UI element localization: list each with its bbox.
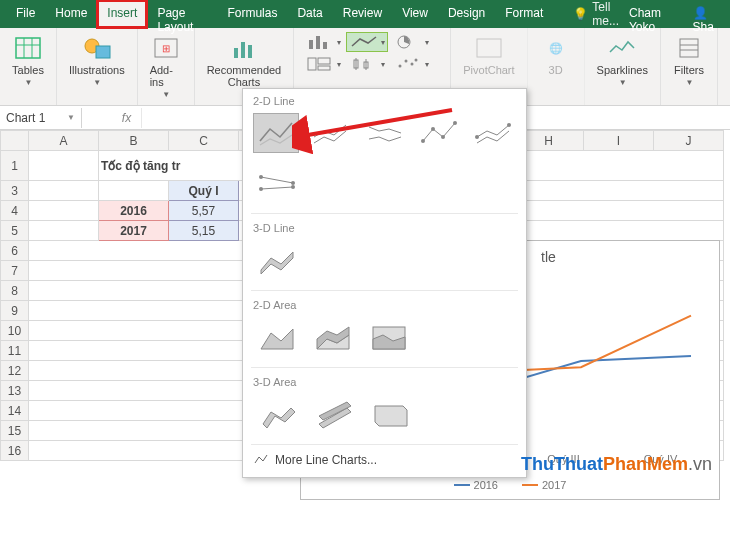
chart-type-stacked-line-markers[interactable] bbox=[470, 113, 516, 153]
tab-format[interactable]: Format bbox=[495, 0, 553, 28]
sparklines-button[interactable]: Sparklines▼ bbox=[593, 32, 652, 89]
chevron-down-icon: ▼ bbox=[25, 78, 33, 87]
chart-line-button[interactable]: ▾ bbox=[346, 32, 388, 52]
col-header[interactable]: J bbox=[654, 131, 724, 151]
share-button[interactable]: 👤 Sha bbox=[685, 0, 730, 28]
hyperlink-button[interactable]: Hyperlink bbox=[726, 32, 730, 78]
name-box[interactable]: Chart 1 ▼ bbox=[0, 108, 82, 128]
tab-insert[interactable]: Insert bbox=[97, 0, 147, 28]
pivotchart-icon bbox=[473, 34, 505, 62]
row-header[interactable]: 15 bbox=[1, 421, 29, 441]
addins-button[interactable]: ⊞ Add-ins▼ bbox=[146, 32, 186, 101]
illustrations-label: Illustrations bbox=[69, 64, 125, 76]
fx-icon[interactable]: fx bbox=[112, 108, 142, 128]
cell-C5[interactable]: 5,15 bbox=[169, 221, 239, 241]
legend-label: 2017 bbox=[542, 479, 566, 491]
row-header[interactable]: 11 bbox=[1, 341, 29, 361]
col-header[interactable]: I bbox=[584, 131, 654, 151]
more-line-charts[interactable]: More Line Charts... bbox=[243, 447, 526, 473]
shapes-icon bbox=[81, 34, 113, 62]
chart-type-100-stacked-line-markers[interactable] bbox=[253, 163, 301, 203]
chart-title[interactable]: tle bbox=[541, 249, 556, 265]
chart-type-100-stacked-area[interactable] bbox=[365, 317, 413, 357]
svg-point-35 bbox=[421, 139, 425, 143]
svg-point-42 bbox=[291, 181, 295, 185]
row-header[interactable]: 12 bbox=[1, 361, 29, 381]
svg-point-37 bbox=[441, 135, 445, 139]
cell-B4[interactable]: 2016 bbox=[99, 201, 169, 221]
name-box-value: Chart 1 bbox=[6, 111, 45, 125]
tell-me-search[interactable]: 💡 Tell me... bbox=[553, 0, 619, 28]
tab-home[interactable]: Home bbox=[45, 0, 97, 28]
chart-type-line-markers[interactable] bbox=[416, 113, 462, 153]
tab-data[interactable]: Data bbox=[287, 0, 332, 28]
legend-swatch-2016 bbox=[454, 484, 470, 486]
chart-type-3d-line[interactable] bbox=[253, 240, 301, 280]
3d-label: 3D bbox=[549, 64, 563, 76]
tab-view[interactable]: View bbox=[392, 0, 438, 28]
row-header[interactable]: 9 bbox=[1, 301, 29, 321]
row-header[interactable]: 10 bbox=[1, 321, 29, 341]
row-header[interactable]: 7 bbox=[1, 261, 29, 281]
row-header[interactable]: 14 bbox=[1, 401, 29, 421]
row-header[interactable]: 13 bbox=[1, 381, 29, 401]
chart-type-line[interactable] bbox=[253, 113, 299, 153]
chart-type-3d-stacked-area[interactable] bbox=[309, 394, 357, 434]
recommended-charts-button[interactable]: Recommended Charts bbox=[203, 32, 286, 90]
row-header[interactable]: 6 bbox=[1, 241, 29, 261]
chart-type-area[interactable] bbox=[253, 317, 301, 357]
row-header[interactable]: 16 bbox=[1, 441, 29, 461]
chart-type-stacked-line[interactable] bbox=[307, 113, 353, 153]
svg-point-44 bbox=[291, 185, 295, 189]
chart-column-button[interactable]: ▾ bbox=[302, 32, 344, 52]
chevron-down-icon: ▼ bbox=[93, 78, 101, 87]
chart-type-3d-area[interactable] bbox=[253, 394, 301, 434]
col-header[interactable]: C bbox=[169, 131, 239, 151]
row-header[interactable]: 8 bbox=[1, 281, 29, 301]
svg-rect-0 bbox=[16, 38, 40, 58]
row-header[interactable]: 3 bbox=[1, 181, 29, 201]
col-header[interactable]: A bbox=[29, 131, 99, 151]
cell-C4[interactable]: 5,57 bbox=[169, 201, 239, 221]
lightbulb-icon: 💡 bbox=[573, 7, 588, 21]
tab-design[interactable]: Design bbox=[438, 0, 495, 28]
tell-me-label: Tell me... bbox=[592, 0, 619, 28]
chart-scatter-button[interactable]: ▾ bbox=[390, 54, 432, 74]
chevron-down-icon: ▼ bbox=[162, 90, 170, 99]
filters-button[interactable]: Filters▼ bbox=[669, 32, 709, 89]
col-header[interactable]: B bbox=[99, 131, 169, 151]
3d-map-button[interactable]: 🌐 3D bbox=[536, 32, 576, 78]
chart-type-3d-100-stacked-area[interactable] bbox=[365, 394, 413, 434]
row-header[interactable]: 5 bbox=[1, 221, 29, 241]
chart-type-stacked-area[interactable] bbox=[309, 317, 357, 357]
user-account[interactable]: Cham Yoko bbox=[619, 0, 685, 28]
chevron-down-icon: ▼ bbox=[619, 78, 627, 87]
chart-statistic-button[interactable]: ▾ bbox=[346, 54, 388, 74]
cell-C3[interactable]: Quý I bbox=[169, 181, 239, 201]
row-header[interactable]: 4 bbox=[1, 201, 29, 221]
chart-pie-button[interactable]: ▾ bbox=[390, 32, 432, 52]
svg-rect-15 bbox=[308, 58, 316, 70]
chevron-down-icon: ▾ bbox=[381, 60, 385, 69]
tab-review[interactable]: Review bbox=[333, 0, 392, 28]
tables-button[interactable]: Tables▼ bbox=[8, 32, 48, 89]
chart-hierarchy-button[interactable]: ▾ bbox=[302, 54, 344, 74]
chart-legend[interactable]: 2016 2017 bbox=[301, 479, 719, 491]
svg-rect-11 bbox=[309, 40, 313, 49]
table-icon bbox=[12, 34, 44, 62]
pivotchart-button[interactable]: PivotChart bbox=[459, 32, 518, 78]
tab-file[interactable]: File bbox=[6, 0, 45, 28]
row-header[interactable]: 1 bbox=[1, 151, 29, 181]
chart-type-100-stacked-line[interactable] bbox=[361, 113, 407, 153]
legend-swatch-2017 bbox=[522, 484, 538, 486]
select-all-corner[interactable] bbox=[1, 131, 29, 151]
illustrations-button[interactable]: Illustrations▼ bbox=[65, 32, 129, 89]
tab-page-layout[interactable]: Page Layout bbox=[147, 0, 217, 28]
svg-point-41 bbox=[259, 175, 263, 179]
recommended-charts-label: Recommended Charts bbox=[207, 64, 282, 88]
sparklines-label: Sparklines bbox=[597, 64, 648, 76]
sheet-title-cell[interactable]: Tốc độ tăng tr bbox=[99, 151, 259, 181]
tab-formulas[interactable]: Formulas bbox=[217, 0, 287, 28]
cell-B5[interactable]: 2017 bbox=[99, 221, 169, 241]
addins-label: Add-ins bbox=[150, 64, 182, 88]
